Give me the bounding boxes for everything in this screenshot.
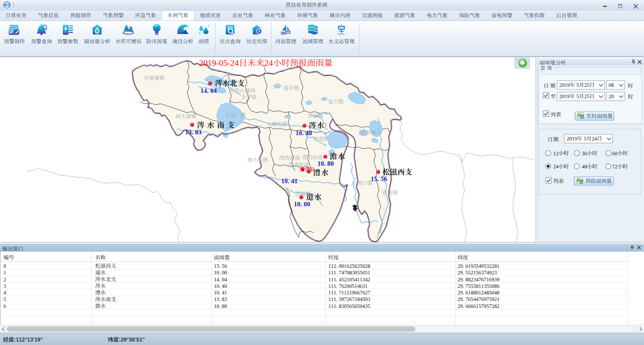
svg-text:14.: 14.: [200, 87, 209, 94]
svg-text:29.: 29.: [458, 290, 464, 296]
svg-text:6193549532281: 6193549532281: [465, 263, 499, 269]
svg-text:2019: 2019: [559, 82, 570, 88]
svg-text:29.: 29.: [458, 277, 464, 283]
svg-text:40: 40: [306, 130, 312, 137]
svg-text:111.: 111.: [328, 283, 337, 289]
svg-text:711219667627: 711219667627: [339, 290, 370, 296]
svg-text:24: 24: [592, 136, 597, 142]
svg-text:2019: 2019: [567, 136, 577, 142]
svg-text::29°36'51": :29°36'51": [119, 337, 145, 343]
svg-text:397267184503: 397267184503: [339, 296, 370, 302]
svg-text:6188012485048: 6188012485048: [465, 290, 499, 296]
svg-text:111.: 111.: [328, 296, 337, 302]
svg-text:14.: 14.: [214, 277, 220, 283]
svg-text:29.: 29.: [458, 263, 464, 269]
svg-text:56: 56: [222, 263, 227, 269]
svg-text:4: 4: [3, 290, 6, 296]
svg-text:3: 3: [3, 283, 6, 289]
svg-text:830565050435: 830565050435: [339, 303, 370, 309]
svg-text:00: 00: [304, 201, 310, 208]
svg-text:83: 83: [195, 129, 202, 136]
svg-text:747083055051: 747083055051: [339, 270, 370, 276]
svg-text:24: 24: [553, 164, 558, 170]
svg-text:12: 12: [553, 150, 558, 157]
svg-text:15.: 15.: [214, 263, 220, 269]
svg-text:48: 48: [582, 164, 587, 170]
svg-text:40: 40: [222, 283, 227, 289]
svg-text:20: 20: [609, 93, 614, 99]
svg-text:111.: 111.: [328, 290, 337, 296]
svg-text:552156374923: 552156374923: [465, 270, 497, 276]
svg-text:10.: 10.: [214, 283, 220, 289]
svg-text:2019: 2019: [559, 93, 570, 99]
svg-text:00: 00: [222, 270, 227, 276]
svg-text:10.: 10.: [214, 303, 220, 309]
svg-text:0: 0: [3, 263, 6, 269]
svg-text:8823476716939: 8823476716939: [465, 277, 499, 283]
svg-text:452105411342: 452105411342: [339, 277, 370, 283]
svg-text:04: 04: [210, 87, 217, 94]
svg-text:25: 25: [584, 82, 589, 88]
svg-text:60: 60: [612, 150, 617, 157]
svg-text:72: 72: [612, 164, 617, 170]
svg-text:2019-05-24: 2019-05-24: [199, 58, 239, 68]
svg-text:83: 83: [222, 296, 227, 302]
svg-text:29.: 29.: [458, 303, 464, 309]
svg-text:111.: 111.: [328, 303, 337, 309]
svg-text::112°13'19": :112°13'19": [14, 337, 43, 343]
svg-text:10.: 10.: [281, 178, 289, 184]
svg-text:111.: 111.: [328, 270, 337, 276]
svg-text:56: 56: [381, 175, 388, 182]
svg-text:24: 24: [265, 58, 273, 68]
svg-text:10.: 10.: [317, 160, 326, 167]
svg-text:5: 5: [584, 136, 586, 142]
svg-text:5: 5: [576, 93, 579, 99]
svg-text:7555811355086: 7555811355086: [465, 283, 499, 289]
svg-text:29.: 29.: [458, 283, 464, 289]
svg-text:111.: 111.: [328, 277, 337, 283]
svg-text:13.: 13.: [185, 129, 193, 136]
svg-text:112.: 112.: [328, 263, 337, 269]
svg-text:25: 25: [584, 93, 589, 99]
svg-text:13.: 13.: [214, 296, 220, 302]
svg-text:36: 36: [582, 150, 587, 157]
svg-text:5: 5: [576, 82, 579, 88]
svg-text:10.: 10.: [214, 290, 220, 296]
svg-text:08: 08: [609, 82, 614, 88]
svg-text:15.: 15.: [371, 175, 379, 182]
svg-text:29.: 29.: [458, 270, 464, 276]
svg-text:5: 5: [3, 296, 6, 302]
svg-text:10.: 10.: [214, 270, 220, 276]
svg-text:29.: 29.: [458, 296, 464, 302]
svg-text:1: 1: [3, 270, 6, 276]
svg-text:41: 41: [291, 178, 298, 184]
svg-text:80: 80: [222, 303, 227, 309]
svg-text:6666157957282: 6666157957282: [465, 303, 499, 309]
svg-text:7654476975921: 7654476975921: [465, 296, 499, 302]
svg-text:10.: 10.: [294, 201, 302, 208]
svg-text:76200514631: 76200514631: [339, 283, 368, 289]
svg-text:41: 41: [222, 290, 227, 296]
svg-text:001625625028: 001625625028: [339, 263, 370, 269]
svg-text:10.: 10.: [296, 130, 304, 137]
svg-text:04: 04: [222, 277, 227, 283]
svg-text:80: 80: [327, 160, 334, 167]
svg-text:2: 2: [3, 277, 6, 283]
svg-text:6: 6: [3, 303, 6, 309]
